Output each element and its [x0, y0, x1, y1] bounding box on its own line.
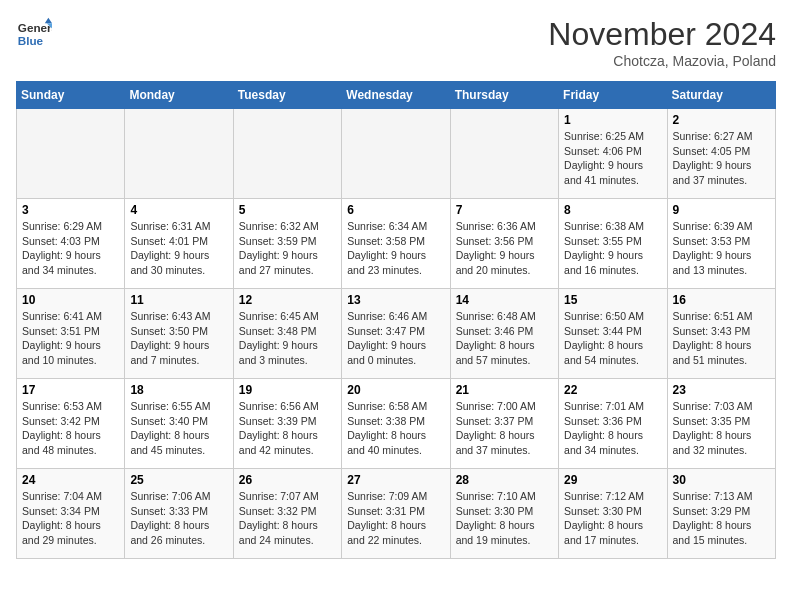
- calendar-cell: 10Sunrise: 6:41 AM Sunset: 3:51 PM Dayli…: [17, 289, 125, 379]
- calendar-cell: 15Sunrise: 6:50 AM Sunset: 3:44 PM Dayli…: [559, 289, 667, 379]
- weekday-header-saturday: Saturday: [667, 82, 775, 109]
- day-number: 17: [22, 383, 119, 397]
- day-number: 30: [673, 473, 770, 487]
- day-info: Sunrise: 7:06 AM Sunset: 3:33 PM Dayligh…: [130, 489, 227, 548]
- header: General Blue November 2024 Chotcza, Mazo…: [16, 16, 776, 69]
- day-number: 9: [673, 203, 770, 217]
- calendar-cell: 8Sunrise: 6:38 AM Sunset: 3:55 PM Daylig…: [559, 199, 667, 289]
- day-info: Sunrise: 7:01 AM Sunset: 3:36 PM Dayligh…: [564, 399, 661, 458]
- day-number: 10: [22, 293, 119, 307]
- week-row-3: 10Sunrise: 6:41 AM Sunset: 3:51 PM Dayli…: [17, 289, 776, 379]
- calendar-cell: 9Sunrise: 6:39 AM Sunset: 3:53 PM Daylig…: [667, 199, 775, 289]
- day-number: 12: [239, 293, 336, 307]
- weekday-header-monday: Monday: [125, 82, 233, 109]
- calendar-cell: 14Sunrise: 6:48 AM Sunset: 3:46 PM Dayli…: [450, 289, 558, 379]
- weekday-header-thursday: Thursday: [450, 82, 558, 109]
- day-info: Sunrise: 7:04 AM Sunset: 3:34 PM Dayligh…: [22, 489, 119, 548]
- weekday-header-row: SundayMondayTuesdayWednesdayThursdayFrid…: [17, 82, 776, 109]
- calendar-cell: [342, 109, 450, 199]
- month-title: November 2024: [548, 16, 776, 53]
- calendar-cell: 29Sunrise: 7:12 AM Sunset: 3:30 PM Dayli…: [559, 469, 667, 559]
- calendar-cell: 20Sunrise: 6:58 AM Sunset: 3:38 PM Dayli…: [342, 379, 450, 469]
- day-number: 5: [239, 203, 336, 217]
- title-area: November 2024 Chotcza, Mazovia, Poland: [548, 16, 776, 69]
- day-number: 24: [22, 473, 119, 487]
- day-info: Sunrise: 6:29 AM Sunset: 4:03 PM Dayligh…: [22, 219, 119, 278]
- day-number: 13: [347, 293, 444, 307]
- day-info: Sunrise: 6:34 AM Sunset: 3:58 PM Dayligh…: [347, 219, 444, 278]
- day-info: Sunrise: 7:12 AM Sunset: 3:30 PM Dayligh…: [564, 489, 661, 548]
- calendar-cell: 24Sunrise: 7:04 AM Sunset: 3:34 PM Dayli…: [17, 469, 125, 559]
- week-row-2: 3Sunrise: 6:29 AM Sunset: 4:03 PM Daylig…: [17, 199, 776, 289]
- day-number: 28: [456, 473, 553, 487]
- calendar-cell: 16Sunrise: 6:51 AM Sunset: 3:43 PM Dayli…: [667, 289, 775, 379]
- calendar-cell: 4Sunrise: 6:31 AM Sunset: 4:01 PM Daylig…: [125, 199, 233, 289]
- week-row-4: 17Sunrise: 6:53 AM Sunset: 3:42 PM Dayli…: [17, 379, 776, 469]
- location-subtitle: Chotcza, Mazovia, Poland: [548, 53, 776, 69]
- day-number: 25: [130, 473, 227, 487]
- day-number: 4: [130, 203, 227, 217]
- day-info: Sunrise: 6:53 AM Sunset: 3:42 PM Dayligh…: [22, 399, 119, 458]
- weekday-header-friday: Friday: [559, 82, 667, 109]
- day-info: Sunrise: 7:03 AM Sunset: 3:35 PM Dayligh…: [673, 399, 770, 458]
- calendar-cell: 5Sunrise: 6:32 AM Sunset: 3:59 PM Daylig…: [233, 199, 341, 289]
- day-info: Sunrise: 6:46 AM Sunset: 3:47 PM Dayligh…: [347, 309, 444, 368]
- calendar-cell: 26Sunrise: 7:07 AM Sunset: 3:32 PM Dayli…: [233, 469, 341, 559]
- day-info: Sunrise: 7:07 AM Sunset: 3:32 PM Dayligh…: [239, 489, 336, 548]
- calendar-cell: 1Sunrise: 6:25 AM Sunset: 4:06 PM Daylig…: [559, 109, 667, 199]
- day-number: 29: [564, 473, 661, 487]
- calendar-cell: 19Sunrise: 6:56 AM Sunset: 3:39 PM Dayli…: [233, 379, 341, 469]
- weekday-header-wednesday: Wednesday: [342, 82, 450, 109]
- day-number: 19: [239, 383, 336, 397]
- day-info: Sunrise: 6:48 AM Sunset: 3:46 PM Dayligh…: [456, 309, 553, 368]
- logo-icon: General Blue: [16, 16, 52, 52]
- calendar-cell: 3Sunrise: 6:29 AM Sunset: 4:03 PM Daylig…: [17, 199, 125, 289]
- calendar-cell: 11Sunrise: 6:43 AM Sunset: 3:50 PM Dayli…: [125, 289, 233, 379]
- calendar-cell: 22Sunrise: 7:01 AM Sunset: 3:36 PM Dayli…: [559, 379, 667, 469]
- calendar-table: SundayMondayTuesdayWednesdayThursdayFrid…: [16, 81, 776, 559]
- day-info: Sunrise: 7:13 AM Sunset: 3:29 PM Dayligh…: [673, 489, 770, 548]
- weekday-header-tuesday: Tuesday: [233, 82, 341, 109]
- day-info: Sunrise: 6:45 AM Sunset: 3:48 PM Dayligh…: [239, 309, 336, 368]
- calendar-cell: 7Sunrise: 6:36 AM Sunset: 3:56 PM Daylig…: [450, 199, 558, 289]
- day-info: Sunrise: 6:36 AM Sunset: 3:56 PM Dayligh…: [456, 219, 553, 278]
- day-number: 21: [456, 383, 553, 397]
- calendar-cell: 6Sunrise: 6:34 AM Sunset: 3:58 PM Daylig…: [342, 199, 450, 289]
- day-info: Sunrise: 7:09 AM Sunset: 3:31 PM Dayligh…: [347, 489, 444, 548]
- day-info: Sunrise: 6:50 AM Sunset: 3:44 PM Dayligh…: [564, 309, 661, 368]
- day-info: Sunrise: 6:25 AM Sunset: 4:06 PM Dayligh…: [564, 129, 661, 188]
- day-number: 20: [347, 383, 444, 397]
- day-number: 18: [130, 383, 227, 397]
- day-info: Sunrise: 6:39 AM Sunset: 3:53 PM Dayligh…: [673, 219, 770, 278]
- week-row-1: 1Sunrise: 6:25 AM Sunset: 4:06 PM Daylig…: [17, 109, 776, 199]
- calendar-cell: [17, 109, 125, 199]
- calendar-cell: 17Sunrise: 6:53 AM Sunset: 3:42 PM Dayli…: [17, 379, 125, 469]
- day-number: 2: [673, 113, 770, 127]
- day-number: 23: [673, 383, 770, 397]
- week-row-5: 24Sunrise: 7:04 AM Sunset: 3:34 PM Dayli…: [17, 469, 776, 559]
- day-number: 14: [456, 293, 553, 307]
- day-info: Sunrise: 7:00 AM Sunset: 3:37 PM Dayligh…: [456, 399, 553, 458]
- day-info: Sunrise: 6:51 AM Sunset: 3:43 PM Dayligh…: [673, 309, 770, 368]
- day-info: Sunrise: 6:55 AM Sunset: 3:40 PM Dayligh…: [130, 399, 227, 458]
- day-number: 15: [564, 293, 661, 307]
- calendar-cell: 27Sunrise: 7:09 AM Sunset: 3:31 PM Dayli…: [342, 469, 450, 559]
- day-info: Sunrise: 6:41 AM Sunset: 3:51 PM Dayligh…: [22, 309, 119, 368]
- day-info: Sunrise: 6:56 AM Sunset: 3:39 PM Dayligh…: [239, 399, 336, 458]
- day-number: 27: [347, 473, 444, 487]
- day-number: 6: [347, 203, 444, 217]
- day-number: 16: [673, 293, 770, 307]
- calendar-cell: 2Sunrise: 6:27 AM Sunset: 4:05 PM Daylig…: [667, 109, 775, 199]
- weekday-header-sunday: Sunday: [17, 82, 125, 109]
- calendar-cell: 28Sunrise: 7:10 AM Sunset: 3:30 PM Dayli…: [450, 469, 558, 559]
- calendar-cell: 12Sunrise: 6:45 AM Sunset: 3:48 PM Dayli…: [233, 289, 341, 379]
- day-info: Sunrise: 6:27 AM Sunset: 4:05 PM Dayligh…: [673, 129, 770, 188]
- calendar-cell: [450, 109, 558, 199]
- day-info: Sunrise: 6:32 AM Sunset: 3:59 PM Dayligh…: [239, 219, 336, 278]
- day-info: Sunrise: 6:58 AM Sunset: 3:38 PM Dayligh…: [347, 399, 444, 458]
- logo: General Blue: [16, 16, 52, 52]
- calendar-cell: 18Sunrise: 6:55 AM Sunset: 3:40 PM Dayli…: [125, 379, 233, 469]
- day-number: 1: [564, 113, 661, 127]
- day-info: Sunrise: 7:10 AM Sunset: 3:30 PM Dayligh…: [456, 489, 553, 548]
- day-info: Sunrise: 6:31 AM Sunset: 4:01 PM Dayligh…: [130, 219, 227, 278]
